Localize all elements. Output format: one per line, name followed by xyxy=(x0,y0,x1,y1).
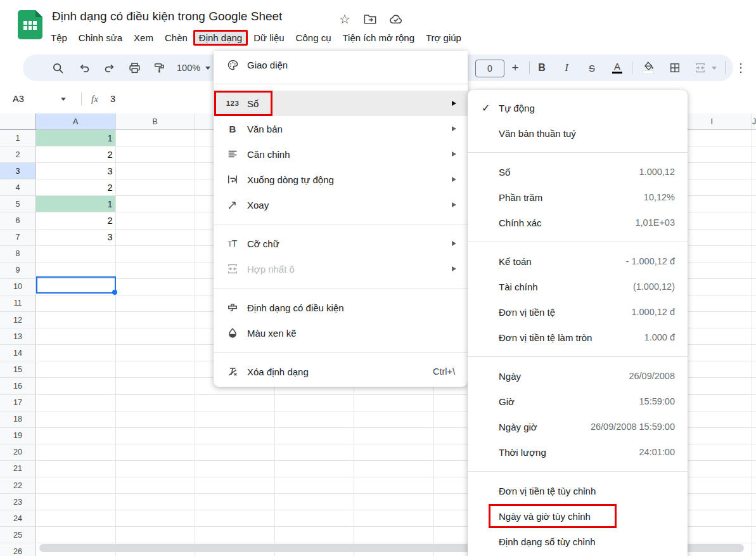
more-toolbar-button[interactable]: ⋮ xyxy=(731,58,750,77)
formula-input[interactable]: 3 xyxy=(110,94,115,104)
row-header-13[interactable]: 13 xyxy=(0,328,36,345)
format-menu-item-merge-cells[interactable]: Hợp nhất ô xyxy=(214,256,468,281)
move-to-folder-icon[interactable] xyxy=(362,11,378,27)
cell-C25[interactable] xyxy=(195,527,275,543)
italic-button[interactable]: I xyxy=(557,58,576,77)
cell-D21[interactable] xyxy=(275,461,355,477)
row-header-18[interactable]: 18 xyxy=(0,411,36,428)
cell-A24[interactable] xyxy=(36,510,116,527)
cell-D23[interactable] xyxy=(275,494,355,510)
cell-J4[interactable] xyxy=(752,179,756,196)
cell-B3[interactable] xyxy=(116,163,196,179)
number-format-item-percent[interactable]: Phần trăm10,12% xyxy=(468,184,688,210)
cell-J21[interactable] xyxy=(752,461,756,477)
number-format-item-currency-rounded[interactable]: Đơn vị tiền tệ làm tròn1.000 đ xyxy=(468,325,688,350)
format-menu-item-font-size[interactable]: TTCỡ chữ xyxy=(214,231,468,256)
cell-E23[interactable] xyxy=(354,494,434,510)
cell-B23[interactable] xyxy=(116,494,196,510)
row-header-10[interactable]: 10 xyxy=(0,279,36,295)
row-header-1[interactable]: 1 xyxy=(0,130,36,146)
cell-A15[interactable] xyxy=(36,361,116,378)
column-header-J[interactable]: J xyxy=(752,113,756,130)
document-title[interactable]: Định dạng có điều kiện trong Google Shee… xyxy=(52,10,282,23)
google-sheets-logo[interactable] xyxy=(18,10,42,39)
number-format-item-duration[interactable]: Thời lượng24:01:00 xyxy=(468,439,688,465)
row-header-26[interactable]: 26 xyxy=(0,543,36,556)
cell-E17[interactable] xyxy=(354,395,434,411)
number-format-item-date-time[interactable]: Ngày giờ26/09/2008 15:59:00 xyxy=(468,414,688,439)
cell-J23[interactable] xyxy=(752,494,756,510)
cell-C18[interactable] xyxy=(195,411,275,428)
cell-J5[interactable] xyxy=(752,196,756,212)
row-header-9[interactable]: 9 xyxy=(0,262,36,279)
fill-handle[interactable] xyxy=(112,290,117,295)
number-format-item-date[interactable]: Ngày26/09/2008 xyxy=(468,363,688,389)
cell-B18[interactable] xyxy=(116,411,196,428)
format-menu-item-theme[interactable]: Giao diện xyxy=(214,52,468,77)
row-header-15[interactable]: 15 xyxy=(0,361,36,378)
cloud-status-icon[interactable] xyxy=(388,11,403,27)
number-format-item-automatic[interactable]: ✓Tự động xyxy=(468,95,688,120)
cell-B15[interactable] xyxy=(116,361,196,378)
row-header-17[interactable]: 17 xyxy=(0,395,36,411)
cell-J15[interactable] xyxy=(752,361,756,378)
menubar-item-file[interactable]: Tệp xyxy=(45,30,73,46)
cell-B2[interactable] xyxy=(116,146,196,163)
cell-B19[interactable] xyxy=(116,428,196,444)
cell-B17[interactable] xyxy=(116,395,196,411)
cell-A3[interactable]: 3 xyxy=(36,163,116,179)
number-format-item-financial[interactable]: Tài chính(1.000,12) xyxy=(468,274,688,299)
cell-A1[interactable]: 1 xyxy=(36,130,116,146)
cell-A14[interactable] xyxy=(36,345,116,361)
text-color-button[interactable]: A xyxy=(608,58,627,77)
cell-B22[interactable] xyxy=(116,477,196,494)
format-menu-item-rotation[interactable]: Xoay xyxy=(214,192,468,217)
cell-A13[interactable] xyxy=(36,328,116,345)
cell-E19[interactable] xyxy=(354,428,434,444)
cell-D22[interactable] xyxy=(275,477,355,494)
cell-E24[interactable] xyxy=(354,510,434,527)
row-header-21[interactable]: 21 xyxy=(0,461,36,477)
column-header-A[interactable]: A xyxy=(36,113,116,130)
cell-B13[interactable] xyxy=(116,328,196,345)
paint-format-button[interactable] xyxy=(150,58,169,77)
cell-A16[interactable] xyxy=(36,378,116,394)
merge-cells-button[interactable] xyxy=(691,58,710,77)
cell-A2[interactable]: 2 xyxy=(36,146,116,163)
select-all-corner[interactable] xyxy=(0,113,36,130)
borders-button[interactable] xyxy=(665,58,684,77)
row-header-4[interactable]: 4 xyxy=(0,179,36,196)
menubar-item-tools[interactable]: Công cụ xyxy=(290,30,337,46)
menubar-item-extensions[interactable]: Tiện ích mở rộng xyxy=(336,30,420,46)
cell-B20[interactable] xyxy=(116,444,196,461)
cell-J3[interactable] xyxy=(752,163,756,179)
row-header-8[interactable]: 8 xyxy=(0,246,36,262)
format-menu-item-alignment[interactable]: Căn chỉnh xyxy=(214,141,468,167)
row-header-12[interactable]: 12 xyxy=(0,312,36,328)
cell-D24[interactable] xyxy=(275,510,355,527)
cell-B1[interactable] xyxy=(116,130,196,146)
cell-J16[interactable] xyxy=(752,378,756,394)
cell-A17[interactable] xyxy=(36,395,116,411)
cell-J2[interactable] xyxy=(752,146,756,163)
cell-D18[interactable] xyxy=(275,411,355,428)
format-menu-item-number[interactable]: 123Số xyxy=(214,91,468,116)
format-menu-item-alternating-colors[interactable]: Màu xen kẽ xyxy=(214,320,468,346)
format-menu-item-wrapping[interactable]: Xuống dòng tự động xyxy=(214,167,468,192)
cell-J8[interactable] xyxy=(752,246,756,262)
number-format-item-custom-number-format[interactable]: Định dạng số tùy chỉnh xyxy=(468,529,688,554)
cell-B24[interactable] xyxy=(116,510,196,527)
cell-B16[interactable] xyxy=(116,378,196,394)
cell-B11[interactable] xyxy=(116,295,196,312)
row-header-14[interactable]: 14 xyxy=(0,345,36,361)
undo-button[interactable] xyxy=(75,58,94,77)
number-format-item-scientific[interactable]: Chính xác1,01E+03 xyxy=(468,210,688,235)
cell-D25[interactable] xyxy=(275,527,355,543)
cell-E25[interactable] xyxy=(354,527,434,543)
row-header-5[interactable]: 5 xyxy=(0,196,36,212)
cell-D20[interactable] xyxy=(275,444,355,461)
cell-J24[interactable] xyxy=(752,510,756,527)
cell-B8[interactable] xyxy=(116,246,196,262)
cell-E22[interactable] xyxy=(354,477,434,494)
cell-B10[interactable] xyxy=(116,279,196,295)
